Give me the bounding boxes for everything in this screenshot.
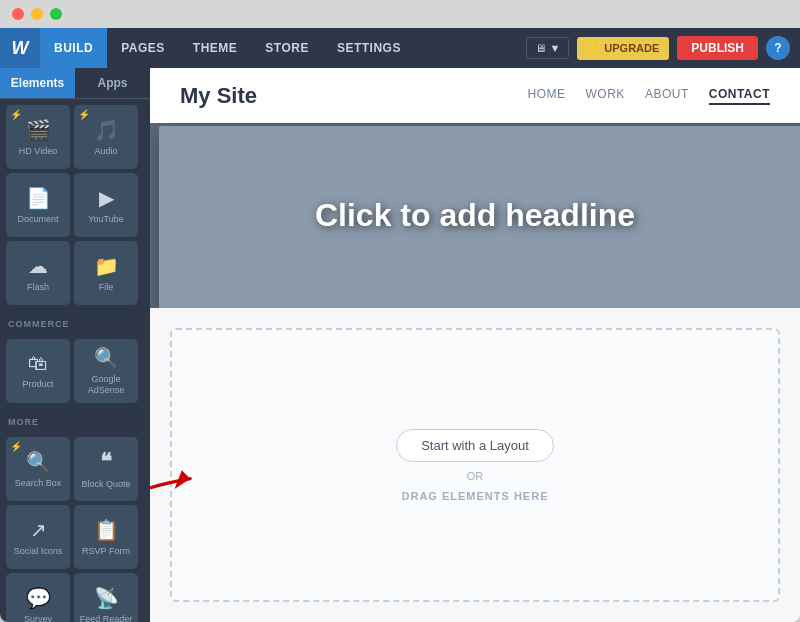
element-searchbox[interactable]: ⚡ 🔍 Search Box	[6, 437, 70, 501]
title-bar	[0, 0, 800, 28]
flash-icon: ☁	[28, 254, 48, 278]
nav-pages[interactable]: PAGES	[107, 28, 179, 68]
element-document[interactable]: 📄 Document	[6, 173, 70, 237]
badge-audio: ⚡	[78, 109, 90, 120]
nav-theme[interactable]: THEME	[179, 28, 252, 68]
element-youtube[interactable]: ▶ YouTube	[74, 173, 138, 237]
feed-label: Feed Reader	[80, 614, 133, 622]
adsense-icon: 🔍	[94, 346, 119, 370]
hero-headline[interactable]: Click to add headline	[315, 197, 635, 234]
blockquote-label: Block Quote	[81, 479, 130, 490]
sidebar-tabs: Elements Apps	[0, 68, 150, 99]
editor-area: My Site HOME WORK ABOUT CONTACT	[150, 68, 800, 622]
document-icon: 📄	[26, 186, 51, 210]
hero-overlay: Click to add headline	[150, 123, 800, 308]
survey-icon: 💬	[26, 586, 51, 610]
element-survey[interactable]: 💬 Survey	[6, 573, 70, 622]
device-toggle[interactable]: 🖥 ▼	[526, 37, 569, 59]
top-nav: W BUILD PAGES THEME STORE SETTINGS 🖥 ▼ ⚡…	[0, 28, 800, 68]
audio-label: Audio	[94, 146, 117, 157]
maximize-button[interactable]	[50, 8, 62, 20]
searchbox-icon: 🔍	[26, 450, 51, 474]
upgrade-button[interactable]: ⚡ UPGRADE	[577, 37, 669, 60]
youtube-icon: ▶	[99, 186, 114, 210]
element-audio[interactable]: ⚡ 🎵 Audio	[74, 105, 138, 169]
tab-elements[interactable]: Elements	[0, 68, 75, 98]
publish-button[interactable]: PUBLISH	[677, 36, 758, 60]
element-social[interactable]: ↗ Social Icons	[6, 505, 70, 569]
tab-apps[interactable]: Apps	[75, 68, 150, 98]
audio-icon: 🎵	[94, 118, 119, 142]
sidebar: Elements Apps ⚡ 🎬 HD Video ⚡ 🎵 Audio	[0, 68, 150, 622]
app-container: W BUILD PAGES THEME STORE SETTINGS 🖥 ▼ ⚡…	[0, 28, 800, 622]
close-button[interactable]	[12, 8, 24, 20]
file-label: File	[99, 282, 114, 293]
blockquote-icon: ❝	[100, 449, 112, 475]
feed-icon: 📡	[94, 586, 119, 610]
or-text: OR	[467, 470, 484, 482]
element-flash[interactable]: ☁ Flash	[6, 241, 70, 305]
site-nav-home[interactable]: HOME	[528, 87, 566, 105]
bolt-icon: ⚡	[587, 42, 601, 55]
product-icon: 🛍	[28, 352, 48, 375]
minimize-button[interactable]	[31, 8, 43, 20]
survey-label: Survey	[24, 614, 52, 622]
nav-settings[interactable]: SETTINGS	[323, 28, 415, 68]
element-blockquote[interactable]: ❝ Block Quote	[74, 437, 138, 501]
drop-zone[interactable]: Start with a Layout OR DRAG ELEMENTS HER…	[170, 328, 780, 602]
youtube-label: YouTube	[88, 214, 123, 225]
element-feed[interactable]: 📡 Feed Reader	[74, 573, 138, 622]
hero-section[interactable]: Click to add headline	[150, 123, 800, 308]
section-more: MORE	[0, 409, 150, 431]
more-grid: ⚡ 🔍 Search Box ❝ Block Quote ↗ Social Ic…	[0, 431, 150, 622]
element-hd-video[interactable]: ⚡ 🎬 HD Video	[6, 105, 70, 169]
nav-right: 🖥 ▼ ⚡ UPGRADE PUBLISH ?	[526, 36, 800, 60]
section-commerce: COMMERCE	[0, 311, 150, 333]
site-logo: My Site	[180, 83, 257, 109]
site-nav-about[interactable]: ABOUT	[645, 87, 689, 105]
nav-build[interactable]: BUILD	[40, 28, 107, 68]
file-icon: 📁	[94, 254, 119, 278]
site-nav-work[interactable]: WORK	[586, 87, 625, 105]
site-header: My Site HOME WORK ABOUT CONTACT	[150, 68, 800, 123]
rsvp-label: RSVP Form	[82, 546, 130, 557]
logo-area: W	[0, 28, 40, 68]
upgrade-label: UPGRADE	[604, 42, 659, 54]
start-layout-button[interactable]: Start with a Layout	[396, 429, 554, 462]
monitor-icon: 🖥	[535, 42, 546, 54]
document-label: Document	[17, 214, 58, 225]
element-product[interactable]: 🛍 Product	[6, 339, 70, 403]
element-rsvp[interactable]: 📋 RSVP Form	[74, 505, 138, 569]
device-chevron: ▼	[549, 42, 560, 54]
adsense-label: Google AdSense	[74, 374, 138, 396]
arrow-annotation	[150, 410, 232, 610]
social-label: Social Icons	[14, 546, 63, 557]
commerce-grid: 🛍 Product 🔍 Google AdSense	[0, 333, 150, 409]
element-adsense[interactable]: 🔍 Google AdSense	[74, 339, 138, 403]
elements-grid: ⚡ 🎬 HD Video ⚡ 🎵 Audio 📄 Document ▶	[0, 99, 150, 311]
hd-video-icon: 🎬	[26, 118, 51, 142]
nav-items: BUILD PAGES THEME STORE SETTINGS	[40, 28, 526, 68]
badge-hd-video: ⚡	[10, 109, 22, 120]
social-icon: ↗	[30, 518, 47, 542]
app-window: W BUILD PAGES THEME STORE SETTINGS 🖥 ▼ ⚡…	[0, 0, 800, 622]
content-area: Elements Apps ⚡ 🎬 HD Video ⚡ 🎵 Audio	[0, 68, 800, 622]
wix-logo: W	[12, 38, 29, 59]
site-nav-contact[interactable]: CONTACT	[709, 87, 770, 105]
searchbox-label: Search Box	[15, 478, 62, 489]
element-file[interactable]: 📁 File	[74, 241, 138, 305]
flash-label: Flash	[27, 282, 49, 293]
drag-elements-text: DRAG ELEMENTS HERE	[402, 490, 549, 502]
svg-marker-0	[175, 470, 191, 489]
badge-searchbox: ⚡	[10, 441, 22, 452]
site-nav: HOME WORK ABOUT CONTACT	[528, 87, 770, 105]
rsvp-icon: 📋	[94, 518, 119, 542]
product-label: Product	[22, 379, 53, 390]
help-button[interactable]: ?	[766, 36, 790, 60]
hd-video-label: HD Video	[19, 146, 57, 157]
nav-store[interactable]: STORE	[251, 28, 323, 68]
